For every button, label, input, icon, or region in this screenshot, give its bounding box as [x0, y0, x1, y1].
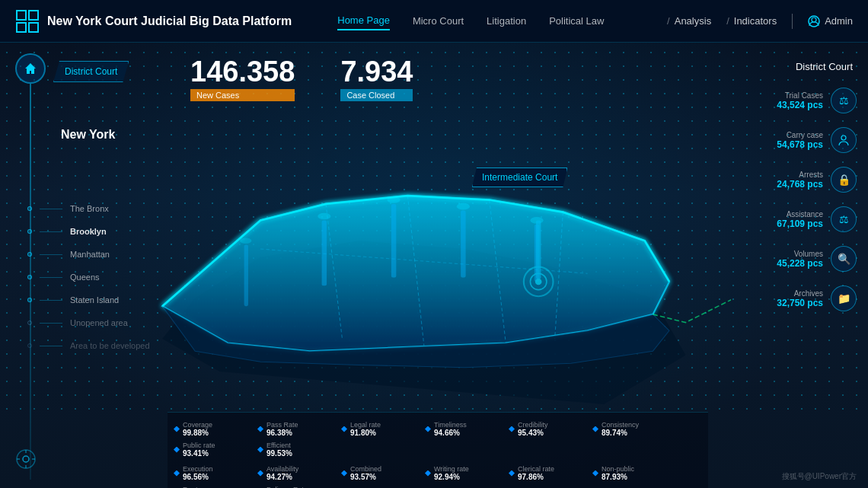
manhattan-text: Manhattan [70, 250, 110, 259]
svg-rect-2 [17, 23, 26, 32]
label-bronx: The Bronx [15, 190, 135, 213]
availability-value: 94.27% [266, 473, 298, 481]
legal-rate-label: Legal rate [350, 421, 381, 429]
case-closed-label: Case Closed [340, 89, 413, 101]
non-public-indicator [592, 470, 598, 477]
stat-pass-rate: Pass Rate 96.38% [251, 419, 335, 439]
brooklyn-line [40, 231, 62, 232]
volumes-icon: 🔍 [831, 246, 857, 272]
public-rate-value: 93.41% [183, 449, 215, 458]
svg-rect-8 [391, 204, 396, 278]
svg-point-11 [457, 203, 470, 210]
area-dev-text: Area to be developed [70, 341, 150, 350]
nav-indicators[interactable]: / Indicators [726, 15, 777, 27]
area-dev-line [40, 346, 62, 346]
bronx-line [40, 209, 62, 209]
user-icon [808, 15, 820, 27]
bronx-dot [27, 206, 32, 211]
stat-assistance: Assistance 67,109 pcs ⚖ [704, 206, 857, 232]
timeliness-label: Timeliness [434, 421, 467, 429]
writing-rate-value: 92.94% [434, 473, 469, 481]
label-brooklyn: Brooklyn [15, 213, 135, 236]
new-cases-number: 146.358 [190, 57, 295, 86]
manhattan-dot [27, 252, 32, 257]
nav-political-law[interactable]: Political Law [549, 12, 604, 30]
map-svg [76, 61, 731, 404]
volumes-label: Volumes [777, 250, 823, 258]
svg-point-7 [318, 213, 330, 220]
stat-legal-rate: Legal rate 91.80% [335, 419, 419, 439]
nav-micro-court[interactable]: Micro Court [413, 12, 464, 30]
bottom-stats-row1: Coverage 99.88% Pass Rate 96.38% Legal r… [168, 419, 708, 460]
logo-icon [15, 9, 40, 33]
consistency-content: Consistency 89.74% [602, 421, 639, 437]
credibility-label: Credibility [518, 421, 548, 429]
trial-cases-icon: ⚖ [831, 88, 857, 113]
district-court-btn[interactable]: District Court [53, 61, 129, 82]
svg-rect-10 [461, 211, 465, 278]
availability-content: Availability 94.27% [266, 465, 298, 481]
coverage-label: Coverage [183, 421, 212, 429]
svg-point-16 [535, 279, 542, 285]
app-title: New York Court Judicial Big Data Platfor… [47, 14, 292, 28]
timeliness-value: 94.66% [434, 429, 467, 437]
nav-menu: Home Page Micro Court Litigation Politic… [337, 11, 604, 30]
public-rate-content: Public rate 93.41% [183, 442, 215, 458]
stat-coverage: Coverage 99.88% [168, 419, 251, 439]
public-rate-indicator [174, 447, 180, 453]
svg-point-22 [23, 456, 29, 462]
queens-dot [27, 275, 32, 279]
case-closed-block: 7.934 Case Closed [340, 57, 413, 101]
region-label: New York [61, 128, 115, 142]
carry-case-label: Carry case [777, 131, 823, 139]
bottom-nav-icon[interactable] [15, 448, 37, 473]
nav-litigation[interactable]: Litigation [487, 12, 526, 30]
consistency-indicator [592, 426, 598, 432]
combined-content: Combined 93.57% [350, 465, 381, 481]
queens-text: Queens [70, 273, 100, 282]
execution-content: Execution 96.56% [183, 465, 213, 481]
nav-analysis[interactable]: / Analysis [667, 15, 711, 27]
staten-dot [27, 298, 32, 302]
trial-cases-value: 43,524 pcs [777, 100, 823, 110]
clerical-rate-label: Clerical rate [518, 465, 554, 473]
stat-execution: Execution 96.56% [168, 463, 251, 483]
label-unopened: Unopened area [15, 305, 135, 327]
execution-indicator [174, 470, 180, 477]
legal-rate-value: 91.80% [350, 429, 381, 437]
assistance-label: Assistance [777, 210, 823, 218]
timeliness-indicator [425, 426, 431, 432]
stat-timeliness: Timeliness 94.66% [419, 419, 503, 439]
combined-label: Combined [350, 465, 381, 473]
svg-rect-17 [536, 220, 541, 279]
case-closed-number: 7.934 [340, 57, 413, 86]
assistance-value: 67,109 pcs [777, 218, 823, 229]
stat-availability: Availability 94.27% [251, 463, 335, 483]
stat-delivery-rate: Delivery Rate 96.72% [251, 483, 335, 488]
clerical-rate-indicator [509, 470, 515, 477]
legal-rate-indicator [341, 426, 347, 432]
nav-divider [792, 14, 793, 29]
pass-rate-label: Pass Rate [266, 421, 298, 429]
stat-consistency: Consistency 89.74% [586, 419, 670, 439]
label-area-dev: Area to be developed [15, 327, 135, 350]
navbar: New York Court Judicial Big Data Platfor… [0, 0, 868, 43]
credibility-value: 95.43% [518, 429, 548, 437]
pass-rate-value: 96.38% [266, 429, 298, 437]
label-manhattan: Manhattan [15, 236, 135, 259]
stat-trial-cases: Trial Cases 43,524 pcs ⚖ [704, 88, 857, 113]
new-cases-block: 146.358 New Cases [190, 57, 295, 101]
credibility-indicator [509, 426, 515, 432]
nav-logo: New York Court Judicial Big Data Platfor… [15, 9, 292, 33]
carry-case-value: 54,678 pcs [777, 139, 823, 150]
pass-rate-content: Pass Rate 96.38% [266, 421, 298, 437]
nav-home[interactable]: Home Page [337, 11, 390, 30]
svg-rect-1 [29, 11, 38, 20]
coverage-content: Coverage 99.88% [183, 421, 212, 437]
stat-public-rate: Public rate 93.41% [168, 439, 251, 460]
area-dev-dot [27, 343, 32, 348]
arrests-icon: 🔒 [831, 167, 857, 193]
home-circle-btn[interactable] [15, 53, 46, 84]
trial-cases-text: Trial Cases 43,524 pcs [777, 91, 823, 110]
nav-user[interactable]: Admin [808, 15, 853, 27]
